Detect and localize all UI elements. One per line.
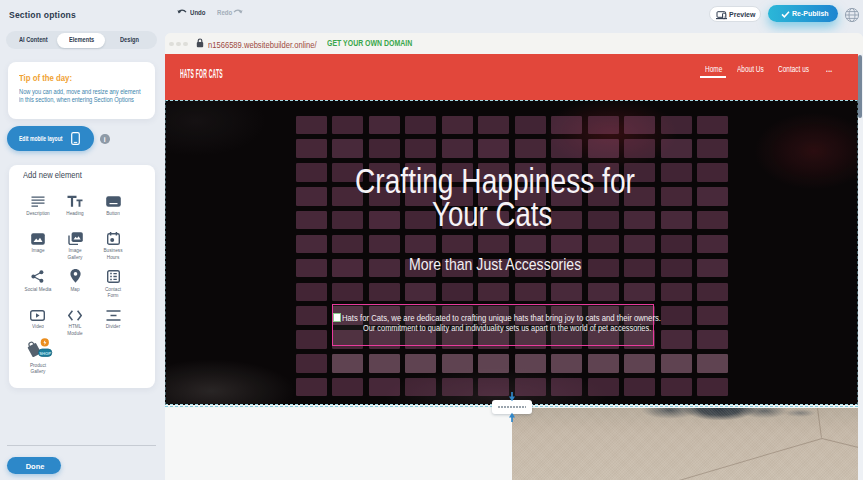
svg-text:SHOP: SHOP xyxy=(39,351,51,356)
